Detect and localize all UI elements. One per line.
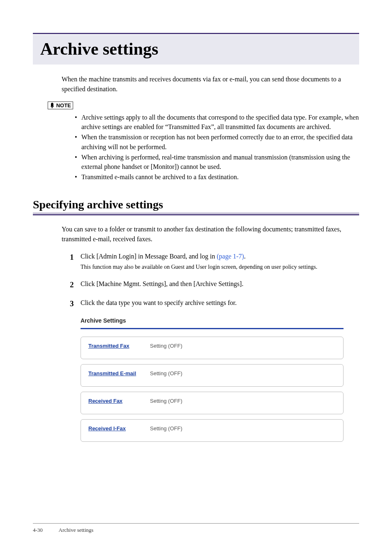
section-heading: Specifying archive settings <box>33 198 359 211</box>
page-title: Archive settings <box>40 39 352 59</box>
screenshot-archive-settings: Archive Settings Transmitted Fax Setting… <box>81 317 359 442</box>
setting-value: Setting (OFF) <box>150 343 182 349</box>
step-text: Click the data type you want to specify … <box>81 299 237 306</box>
step-body: Click [Machine Mgmt. Settings], and then… <box>81 279 359 291</box>
step-3: 3 Click the data type you want to specif… <box>70 298 359 310</box>
heading-rule <box>33 214 359 215</box>
setting-link[interactable]: Transmitted E-mail <box>88 370 150 376</box>
setting-row-transmitted-email: Transmitted E-mail Setting (OFF) <box>81 364 344 387</box>
page-footer: 4-30 Archive settings <box>33 523 359 533</box>
section-intro: You can save to a folder or transmit to … <box>62 224 359 244</box>
step-number: 3 <box>70 298 81 310</box>
step-2: 2 Click [Machine Mgmt. Settings], and th… <box>70 279 359 291</box>
note-icon <box>50 102 55 108</box>
setting-value: Setting (OFF) <box>150 425 182 432</box>
title-block: Archive settings <box>33 35 359 65</box>
step-body: Click [Admin Login] in Message Board, an… <box>81 252 359 271</box>
step-text: Click [Admin Login] in Message Board, an… <box>81 253 217 260</box>
note-item: Transmitted e-mails cannot be archived t… <box>75 172 359 182</box>
setting-row-transmitted-fax: Transmitted Fax Setting (OFF) <box>81 337 344 359</box>
screenshot-title: Archive Settings <box>81 317 359 324</box>
note-item: Archive settings apply to all the docume… <box>75 113 359 132</box>
setting-link[interactable]: Transmitted Fax <box>88 343 150 349</box>
step-1: 1 Click [Admin Login] in Message Board, … <box>70 252 359 271</box>
step-subtext: This function may also be available on G… <box>81 263 359 271</box>
running-title: Archive settings <box>59 527 94 533</box>
step-text: . <box>244 253 246 260</box>
note-label: NOTE <box>48 102 73 109</box>
step-text: Click [Machine Mgmt. Settings], and then… <box>81 280 243 287</box>
note-item: When archiving is performed, real-time t… <box>75 152 359 171</box>
title-top-rule <box>33 33 359 34</box>
setting-link[interactable]: Received Fax <box>88 398 150 404</box>
setting-value: Setting (OFF) <box>150 370 182 376</box>
setting-row-received-ifax: Received I-Fax Setting (OFF) <box>81 419 344 442</box>
step-body: Click the data type you want to specify … <box>81 298 359 310</box>
setting-link[interactable]: Received I-Fax <box>88 425 150 432</box>
note-label-text: NOTE <box>56 102 71 108</box>
note-list: Archive settings apply to all the docume… <box>75 113 359 182</box>
screenshot-rule <box>81 328 344 329</box>
note-item: When the transmission or reception has n… <box>75 132 359 151</box>
setting-value: Setting (OFF) <box>150 398 182 404</box>
step-number: 1 <box>70 252 81 271</box>
page-link[interactable]: (page 1-7) <box>217 253 244 260</box>
step-number: 2 <box>70 279 81 291</box>
page-number: 4-30 <box>33 527 58 533</box>
setting-row-received-fax: Received Fax Setting (OFF) <box>81 392 344 414</box>
heading-rule <box>33 213 359 213</box>
intro-paragraph: When the machine transmits and receives … <box>62 74 359 94</box>
